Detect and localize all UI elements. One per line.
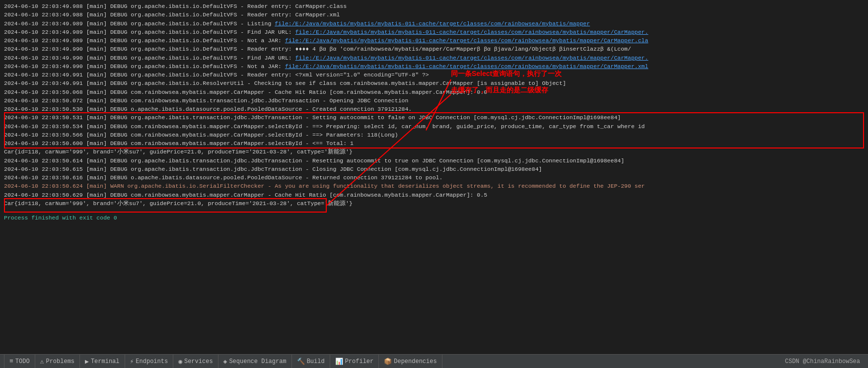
log-line: 2024-06-10 22:03:50.531 [main] DEBUG org… xyxy=(4,113,864,122)
statusbar-item-label: Profiler xyxy=(345,358,374,365)
log-line: 2024-06-10 22:03:49.990 [main] DEBUG org… xyxy=(4,54,864,62)
statusbar-right-label: CSDN @ChinaRainbowSea xyxy=(785,358,864,365)
log-line: 2024-06-10 22:03:49.989 [main] DEBUG org… xyxy=(4,36,864,45)
statusbar-item-label: Endpoints xyxy=(136,358,168,365)
log-line: 2024-06-10 22:03:50.614 [main] DEBUG org… xyxy=(4,156,864,165)
statusbar-item-terminal[interactable]: ▶Terminal xyxy=(80,355,125,368)
log-line: 2024-06-10 22:03:49.990 [main] DEBUG org… xyxy=(4,45,864,53)
todo-icon: ≡ xyxy=(9,358,13,365)
log-line: 2024-06-10 22:03:50.530 [main] DEBUG o.a… xyxy=(4,105,864,113)
statusbar-item-label: Sequence Diagram xyxy=(229,358,286,365)
log-line: 2024-06-10 22:03:49.988 [main] DEBUG org… xyxy=(4,10,864,19)
statusbar-item-profiler[interactable]: 📊Profiler xyxy=(330,355,379,368)
problems-icon: ⚠ xyxy=(40,358,44,366)
statusbar-item-label: Problems xyxy=(46,358,74,365)
log-line: 2024-06-10 22:03:50.624 [main] WARN org.… xyxy=(4,182,864,190)
statusbar-item-build[interactable]: 🔨Build xyxy=(292,355,330,368)
terminal-icon: ▶ xyxy=(85,358,89,366)
log-line: 2024-06-10 22:03:49.991 [main] DEBUG org… xyxy=(4,71,864,79)
endpoints-icon: ⚡ xyxy=(130,358,134,366)
statusbar-item-label: Services xyxy=(184,358,213,365)
log-line: 2024-06-10 22:03:50.534 [main] DEBUG com… xyxy=(4,122,864,131)
log-line: 2024-06-10 22:03:50.615 [main] DEBUG org… xyxy=(4,165,864,173)
log-line: Car{id=118, carNum='999', brand='小米su7',… xyxy=(4,199,864,208)
log-line: 2024-06-10 22:03:49.988 [main] DEBUG org… xyxy=(4,2,864,10)
statusbar-item-services[interactable]: ◉Services xyxy=(173,355,218,368)
statusbar-item-endpoints[interactable]: ⚡Endpoints xyxy=(125,355,174,368)
statusbar-item-todo[interactable]: ≡TODO xyxy=(4,355,35,368)
log-line: 2024-06-10 22:03:50.616 [main] DEBUG o.a… xyxy=(4,173,864,182)
statusbar-item-sequence-diagram[interactable]: ◈Sequence Diagram xyxy=(218,355,292,368)
log-line: 2024-06-10 22:03:49.989 [main] DEBUG org… xyxy=(4,28,864,36)
statusbar-item-label: Dependencies xyxy=(394,358,436,365)
log-line: 2024-06-10 22:03:50.072 [main] DEBUG com… xyxy=(4,96,864,105)
statusbar-item-label: Build xyxy=(307,358,325,365)
log-line: 2024-06-10 22:03:50.600 [main] DEBUG com… xyxy=(4,139,864,147)
log-line: 2024-06-10 22:03:50.566 [main] DEBUG com… xyxy=(4,131,864,139)
statusbar-item-label: TODO xyxy=(15,358,30,365)
build-icon: 🔨 xyxy=(297,358,305,366)
console-output[interactable]: 2024-06-10 22:03:49.988 [main] DEBUG org… xyxy=(0,0,868,354)
log-line: 2024-06-10 22:03:49.989 [main] DEBUG org… xyxy=(4,19,864,28)
log-line: 2024-06-10 22:03:49.991 [main] DEBUG org… xyxy=(4,79,864,87)
log-line: Process finished with exit code 0 xyxy=(4,214,864,222)
services-icon: ◉ xyxy=(178,358,182,366)
log-line: Car{id=118, carNum='999', brand='小米su7',… xyxy=(4,147,864,156)
profiler-icon: 📊 xyxy=(335,358,343,366)
log-line: 2024-06-10 22:03:49.990 [main] DEBUG org… xyxy=(4,62,864,71)
log-line: 2024-06-10 22:03:50.629 [main] DEBUG com… xyxy=(4,191,864,199)
status-bar: ≡TODO⚠Problems▶Terminal⚡Endpoints◉Servic… xyxy=(0,354,868,368)
statusbar-item-label: Terminal xyxy=(91,358,120,365)
dependencies-icon: 📦 xyxy=(384,358,392,366)
statusbar-item-dependencies[interactable]: 📦Dependencies xyxy=(379,355,442,368)
log-line: 2024-06-10 22:03:50.068 [main] DEBUG com… xyxy=(4,88,864,96)
sequence diagram-icon: ◈ xyxy=(223,358,227,366)
statusbar-item-problems[interactable]: ⚠Problems xyxy=(35,355,80,368)
log-line xyxy=(4,208,864,212)
